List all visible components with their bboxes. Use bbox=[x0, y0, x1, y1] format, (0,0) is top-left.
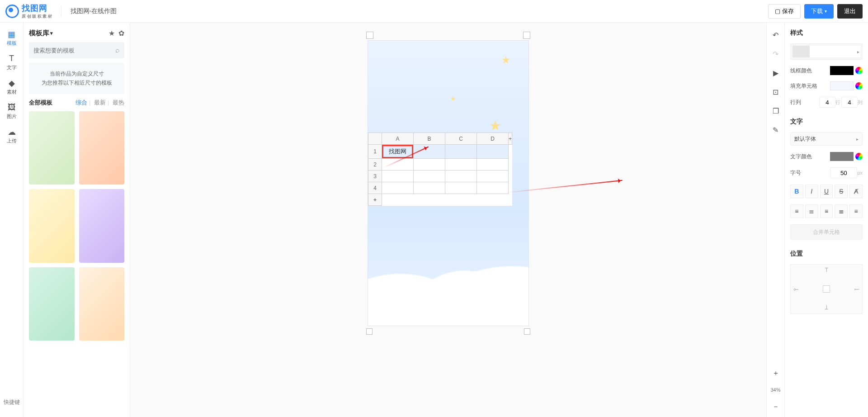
template-card[interactable] bbox=[29, 111, 75, 185]
text-align-row: ≡ ≣ ≡ ≣ ≡ bbox=[790, 204, 863, 218]
zoom-in-button[interactable]: ＋ bbox=[771, 368, 781, 378]
crop-button[interactable]: ⊡ bbox=[771, 87, 781, 97]
download-button[interactable]: 下载▾ bbox=[804, 4, 834, 19]
sheet-corner[interactable] bbox=[368, 133, 382, 145]
template-library-dropdown[interactable]: 模板库▾ bbox=[29, 29, 53, 38]
table-style-select[interactable]: ▸ bbox=[790, 43, 863, 60]
text-color-swatch[interactable] bbox=[830, 152, 854, 161]
cell[interactable] bbox=[382, 182, 414, 194]
assets-icon: ◆ bbox=[7, 79, 16, 88]
align-justify-button[interactable]: ≣ bbox=[835, 204, 848, 218]
cell[interactable] bbox=[477, 182, 509, 194]
rail-shortcuts[interactable]: 快捷键 bbox=[4, 398, 20, 417]
star-icon[interactable]: ★ bbox=[108, 29, 115, 38]
rail-upload[interactable]: ☁上传 bbox=[2, 126, 21, 146]
align-left-icon[interactable]: ⟜ bbox=[793, 286, 799, 292]
zoom-level: 34% bbox=[770, 387, 780, 393]
align-right-icon[interactable]: ⟝ bbox=[854, 286, 859, 292]
color-picker-icon[interactable] bbox=[855, 82, 863, 90]
app-logo[interactable]: 找图网 原 创 版 权 素 材 bbox=[5, 3, 52, 19]
text-section-title: 文字 bbox=[790, 118, 863, 126]
tab-hottest[interactable]: 最热 bbox=[113, 99, 124, 106]
divider bbox=[61, 6, 61, 17]
rail-images[interactable]: 🖼图片 bbox=[2, 101, 21, 121]
tab-comprehensive[interactable]: 综合 bbox=[75, 99, 87, 106]
canvas[interactable]: ★ ★ ★ ★ A B C D + 1找图网 2 3 bbox=[130, 23, 766, 417]
col-header[interactable]: C bbox=[445, 133, 477, 145]
exit-button[interactable]: 退出 bbox=[837, 4, 863, 19]
cell[interactable] bbox=[414, 171, 445, 182]
right-toolbar: ↶ ↷ ▶ ⊡ ❒ ✎ ＋ 34% － bbox=[766, 23, 784, 417]
search-input[interactable] bbox=[33, 47, 115, 54]
gear-icon[interactable]: ✿ bbox=[118, 29, 124, 38]
bold-button[interactable]: B bbox=[790, 185, 803, 198]
color-picker-icon[interactable] bbox=[855, 67, 863, 74]
row-header[interactable]: 1 bbox=[368, 145, 382, 159]
template-card[interactable] bbox=[79, 267, 125, 341]
align-dist-button[interactable]: ≡ bbox=[849, 204, 863, 218]
spreadsheet[interactable]: A B C D + 1找图网 2 3 4 + bbox=[368, 133, 512, 206]
cell[interactable] bbox=[382, 171, 414, 182]
cell[interactable] bbox=[445, 171, 477, 182]
fill-color-swatch[interactable] bbox=[830, 81, 854, 90]
row-header[interactable]: 4 bbox=[368, 182, 382, 194]
tab-newest[interactable]: 最新 bbox=[94, 99, 106, 106]
cell[interactable] bbox=[477, 171, 509, 182]
template-card[interactable] bbox=[79, 189, 125, 262]
layers-button[interactable]: ❒ bbox=[771, 106, 781, 116]
row-header[interactable]: 3 bbox=[368, 171, 382, 182]
col-header[interactable]: D bbox=[477, 133, 509, 145]
template-search[interactable]: ⌕ bbox=[29, 42, 124, 58]
col-header[interactable]: B bbox=[414, 133, 445, 145]
template-card[interactable] bbox=[29, 189, 75, 262]
rail-text[interactable]: T文字 bbox=[2, 52, 21, 72]
chevron-down-icon: ▾ bbox=[50, 30, 53, 36]
search-icon[interactable]: ⌕ bbox=[115, 46, 120, 54]
size-note: 当前作品为自定义尺寸 为您推荐以下相近尺寸的模板 bbox=[29, 63, 124, 94]
font-size-input[interactable] bbox=[830, 167, 857, 178]
brush-button[interactable]: ✎ bbox=[771, 125, 781, 135]
handle-icon bbox=[524, 328, 530, 335]
play-button[interactable]: ▶ bbox=[771, 68, 781, 78]
align-top-icon[interactable]: ⟙ bbox=[825, 267, 829, 274]
clear-format-button[interactable]: A̸ bbox=[849, 185, 863, 198]
rail-assets[interactable]: ◆素材 bbox=[2, 77, 21, 97]
save-button[interactable]: ▢保存 bbox=[768, 4, 801, 19]
upload-icon: ☁ bbox=[7, 128, 16, 137]
position-grid[interactable]: ⟙ ⟜ ⟝ ⟘ bbox=[790, 264, 863, 314]
rows-input[interactable] bbox=[819, 97, 835, 108]
align-center-button[interactable]: ≣ bbox=[805, 204, 818, 218]
cell[interactable] bbox=[445, 145, 477, 159]
cols-input[interactable] bbox=[841, 97, 858, 108]
template-card[interactable] bbox=[79, 111, 125, 185]
cell[interactable] bbox=[477, 145, 509, 159]
align-left-button[interactable]: ≡ bbox=[790, 204, 803, 218]
add-col-button[interactable]: + bbox=[509, 133, 512, 145]
cell[interactable] bbox=[445, 182, 477, 194]
template-card[interactable] bbox=[29, 267, 75, 341]
align-bottom-icon[interactable]: ⟘ bbox=[825, 304, 829, 311]
star-decor-icon: ★ bbox=[450, 95, 456, 102]
star-decor-icon: ★ bbox=[501, 54, 510, 66]
undo-button[interactable]: ↶ bbox=[771, 30, 781, 40]
row-header[interactable]: 2 bbox=[368, 159, 382, 171]
italic-button[interactable]: I bbox=[805, 185, 818, 198]
artboard[interactable]: ★ ★ ★ ★ A B C D + 1找图网 2 3 bbox=[368, 41, 528, 326]
col-header[interactable]: A bbox=[382, 133, 414, 145]
align-center-handle[interactable] bbox=[823, 285, 830, 293]
cell[interactable] bbox=[445, 159, 477, 171]
align-right-button[interactable]: ≡ bbox=[820, 204, 833, 218]
cell[interactable] bbox=[414, 182, 445, 194]
rail-templates[interactable]: ▦模板 bbox=[2, 28, 21, 48]
font-select[interactable]: 默认字体 ▸ bbox=[790, 132, 863, 146]
position-section-title: 位置 bbox=[790, 250, 863, 258]
color-picker-icon[interactable] bbox=[855, 153, 863, 160]
underline-button[interactable]: U bbox=[820, 185, 833, 198]
add-row-button[interactable]: + bbox=[368, 194, 382, 206]
cell[interactable] bbox=[414, 159, 445, 171]
logo-icon bbox=[5, 5, 19, 18]
zoom-out-button[interactable]: － bbox=[771, 402, 781, 412]
cell[interactable] bbox=[477, 159, 509, 171]
strike-button[interactable]: S bbox=[835, 185, 848, 198]
border-color-swatch[interactable] bbox=[830, 66, 854, 75]
